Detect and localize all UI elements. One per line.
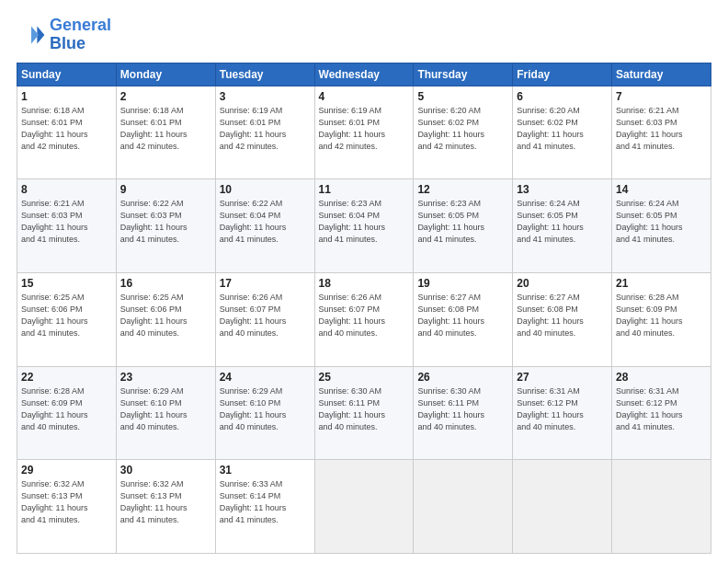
day-number: 18	[319, 277, 410, 290]
calendar-cell: 9Sunrise: 6:22 AM Sunset: 6:03 PM Daylig…	[116, 179, 215, 273]
header: General Blue	[17, 17, 711, 53]
weekday-header-sunday: Sunday	[17, 63, 117, 86]
calendar-week-3: 15Sunrise: 6:25 AM Sunset: 6:06 PM Dayli…	[17, 272, 711, 366]
day-info: Sunrise: 6:25 AM Sunset: 6:06 PM Dayligh…	[21, 292, 112, 339]
day-info: Sunrise: 6:32 AM Sunset: 6:13 PM Dayligh…	[120, 478, 211, 526]
weekday-header-tuesday: Tuesday	[215, 63, 314, 86]
calendar-header-row: SundayMondayTuesdayWednesdayThursdayFrid…	[17, 63, 711, 86]
day-number: 29	[21, 464, 112, 477]
day-number: 25	[319, 371, 410, 384]
day-number: 20	[517, 277, 608, 290]
calendar-cell: 10Sunrise: 6:22 AM Sunset: 6:04 PM Dayli…	[215, 179, 314, 273]
day-info: Sunrise: 6:31 AM Sunset: 6:12 PM Dayligh…	[616, 385, 707, 433]
calendar-cell: 26Sunrise: 6:30 AM Sunset: 6:11 PM Dayli…	[414, 366, 513, 460]
calendar-cell: 30Sunrise: 6:32 AM Sunset: 6:13 PM Dayli…	[116, 460, 215, 554]
weekday-header-saturday: Saturday	[612, 63, 711, 86]
calendar-cell: 1Sunrise: 6:18 AM Sunset: 6:01 PM Daylig…	[17, 86, 117, 179]
weekday-header-friday: Friday	[513, 63, 612, 86]
day-info: Sunrise: 6:24 AM Sunset: 6:05 PM Dayligh…	[517, 198, 608, 246]
calendar-cell: 27Sunrise: 6:31 AM Sunset: 6:12 PM Dayli…	[513, 366, 612, 460]
day-info: Sunrise: 6:29 AM Sunset: 6:10 PM Dayligh…	[220, 385, 311, 433]
logo-text: General Blue	[50, 17, 111, 53]
calendar-cell	[612, 460, 711, 554]
day-number: 7	[616, 90, 707, 103]
day-info: Sunrise: 6:27 AM Sunset: 6:08 PM Dayligh…	[517, 292, 608, 339]
day-info: Sunrise: 6:28 AM Sunset: 6:09 PM Dayligh…	[21, 385, 112, 433]
day-number: 5	[417, 90, 508, 103]
page: General Blue SundayMondayTuesdayWednesda…	[0, 0, 728, 563]
day-info: Sunrise: 6:25 AM Sunset: 6:06 PM Dayligh…	[120, 292, 211, 339]
calendar-week-1: 1Sunrise: 6:18 AM Sunset: 6:01 PM Daylig…	[17, 86, 711, 179]
calendar-cell: 7Sunrise: 6:21 AM Sunset: 6:03 PM Daylig…	[612, 86, 711, 179]
calendar-cell	[314, 460, 414, 554]
day-number: 15	[21, 277, 112, 290]
day-number: 24	[220, 371, 311, 384]
day-number: 19	[417, 277, 508, 290]
day-number: 23	[120, 371, 211, 384]
calendar-cell: 14Sunrise: 6:24 AM Sunset: 6:05 PM Dayli…	[612, 179, 711, 273]
day-number: 21	[616, 277, 707, 290]
day-number: 14	[616, 183, 707, 196]
day-number: 6	[517, 90, 608, 103]
day-info: Sunrise: 6:22 AM Sunset: 6:03 PM Dayligh…	[120, 198, 211, 246]
day-info: Sunrise: 6:30 AM Sunset: 6:11 PM Dayligh…	[417, 385, 508, 433]
day-info: Sunrise: 6:33 AM Sunset: 6:14 PM Dayligh…	[220, 478, 311, 526]
day-number: 3	[220, 90, 311, 103]
day-number: 26	[417, 371, 508, 384]
day-number: 28	[616, 371, 707, 384]
weekday-header-monday: Monday	[116, 63, 215, 86]
calendar-cell: 4Sunrise: 6:19 AM Sunset: 6:01 PM Daylig…	[314, 86, 414, 179]
day-number: 9	[120, 183, 211, 196]
calendar-cell: 23Sunrise: 6:29 AM Sunset: 6:10 PM Dayli…	[116, 366, 215, 460]
calendar-cell: 8Sunrise: 6:21 AM Sunset: 6:03 PM Daylig…	[17, 179, 117, 273]
calendar-week-5: 29Sunrise: 6:32 AM Sunset: 6:13 PM Dayli…	[17, 460, 711, 554]
day-info: Sunrise: 6:18 AM Sunset: 6:01 PM Dayligh…	[21, 105, 112, 153]
calendar-cell: 17Sunrise: 6:26 AM Sunset: 6:07 PM Dayli…	[215, 272, 314, 366]
day-number: 30	[120, 464, 211, 477]
day-info: Sunrise: 6:24 AM Sunset: 6:05 PM Dayligh…	[616, 198, 707, 246]
calendar-table: SundayMondayTuesdayWednesdayThursdayFrid…	[17, 63, 711, 554]
day-number: 27	[517, 371, 608, 384]
day-info: Sunrise: 6:26 AM Sunset: 6:07 PM Dayligh…	[220, 292, 311, 339]
calendar-cell: 16Sunrise: 6:25 AM Sunset: 6:06 PM Dayli…	[116, 272, 215, 366]
calendar-cell: 29Sunrise: 6:32 AM Sunset: 6:13 PM Dayli…	[17, 460, 117, 554]
calendar-week-2: 8Sunrise: 6:21 AM Sunset: 6:03 PM Daylig…	[17, 179, 711, 273]
day-number: 31	[220, 464, 311, 477]
calendar-cell: 28Sunrise: 6:31 AM Sunset: 6:12 PM Dayli…	[612, 366, 711, 460]
day-info: Sunrise: 6:26 AM Sunset: 6:07 PM Dayligh…	[319, 292, 410, 339]
day-info: Sunrise: 6:30 AM Sunset: 6:11 PM Dayligh…	[319, 385, 410, 433]
day-number: 17	[220, 277, 311, 290]
day-number: 10	[220, 183, 311, 196]
day-info: Sunrise: 6:31 AM Sunset: 6:12 PM Dayligh…	[517, 385, 608, 433]
calendar-cell	[414, 460, 513, 554]
day-number: 22	[21, 371, 112, 384]
calendar-cell: 19Sunrise: 6:27 AM Sunset: 6:08 PM Dayli…	[414, 272, 513, 366]
calendar-cell: 25Sunrise: 6:30 AM Sunset: 6:11 PM Dayli…	[314, 366, 414, 460]
day-info: Sunrise: 6:20 AM Sunset: 6:02 PM Dayligh…	[517, 105, 608, 153]
calendar-cell: 11Sunrise: 6:23 AM Sunset: 6:04 PM Dayli…	[314, 179, 414, 273]
calendar-cell: 21Sunrise: 6:28 AM Sunset: 6:09 PM Dayli…	[612, 272, 711, 366]
day-number: 11	[319, 183, 410, 196]
day-info: Sunrise: 6:23 AM Sunset: 6:05 PM Dayligh…	[417, 198, 508, 246]
day-number: 4	[319, 90, 410, 103]
calendar-cell	[513, 460, 612, 554]
day-info: Sunrise: 6:32 AM Sunset: 6:13 PM Dayligh…	[21, 478, 112, 526]
calendar-cell: 18Sunrise: 6:26 AM Sunset: 6:07 PM Dayli…	[314, 272, 414, 366]
logo-icon	[17, 20, 46, 50]
day-info: Sunrise: 6:28 AM Sunset: 6:09 PM Dayligh…	[616, 292, 707, 339]
day-number: 2	[120, 90, 211, 103]
day-number: 13	[517, 183, 608, 196]
calendar-cell: 5Sunrise: 6:20 AM Sunset: 6:02 PM Daylig…	[414, 86, 513, 179]
logo: General Blue	[17, 17, 111, 53]
day-number: 1	[21, 90, 112, 103]
calendar-cell: 24Sunrise: 6:29 AM Sunset: 6:10 PM Dayli…	[215, 366, 314, 460]
day-number: 12	[417, 183, 508, 196]
calendar-cell: 12Sunrise: 6:23 AM Sunset: 6:05 PM Dayli…	[414, 179, 513, 273]
calendar-cell: 3Sunrise: 6:19 AM Sunset: 6:01 PM Daylig…	[215, 86, 314, 179]
day-info: Sunrise: 6:21 AM Sunset: 6:03 PM Dayligh…	[616, 105, 707, 153]
day-info: Sunrise: 6:21 AM Sunset: 6:03 PM Dayligh…	[21, 198, 112, 246]
day-info: Sunrise: 6:29 AM Sunset: 6:10 PM Dayligh…	[120, 385, 211, 433]
calendar-cell: 31Sunrise: 6:33 AM Sunset: 6:14 PM Dayli…	[215, 460, 314, 554]
calendar-cell: 20Sunrise: 6:27 AM Sunset: 6:08 PM Dayli…	[513, 272, 612, 366]
calendar-cell: 13Sunrise: 6:24 AM Sunset: 6:05 PM Dayli…	[513, 179, 612, 273]
